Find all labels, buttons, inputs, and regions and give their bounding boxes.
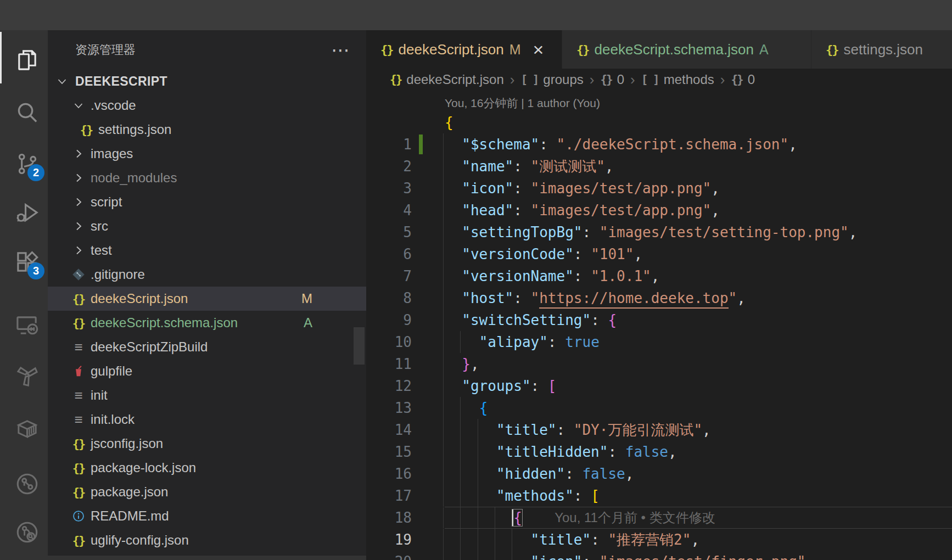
tree-item-jsconfig-json[interactable]: {} jsconfig.json	[48, 432, 366, 456]
gutter[interactable]: 11	[366, 331, 445, 353]
close-icon[interactable]: ×	[533, 41, 544, 58]
code-line[interactable]: 18 "methods": [	[366, 485, 952, 507]
gutter[interactable]: 2	[366, 133, 445, 155]
code-line[interactable]: 15 "title": "DY·万能引流测试",	[366, 419, 952, 441]
chevron-right-icon	[70, 244, 87, 257]
activity-item-pipelines[interactable]	[10, 359, 43, 391]
tree-item--gitignore[interactable]: .gitignore	[48, 262, 366, 287]
code-line[interactable]: 10 "switchSetting": {	[366, 309, 952, 331]
tree-item-deekescript-schema-json[interactable]: {} deekeScript.schema.json A	[48, 311, 366, 335]
code-token: false	[582, 466, 625, 482]
json-braces-icon: {}	[77, 123, 95, 137]
tree-item--vscode[interactable]: .vscode	[48, 93, 366, 117]
sidebar-scrollbar[interactable]	[354, 327, 365, 365]
active-view-indicator	[0, 32, 2, 83]
gutter[interactable]: 4	[366, 177, 445, 199]
code-line[interactable]: 1 {	[366, 111, 952, 133]
code-token: "images/test/setting-top.png"	[600, 224, 849, 240]
tab-deekescript-json[interactable]: {} deekeScript.json M×	[366, 30, 562, 69]
tree-item-deekescript-json[interactable]: {} deekeScript.json M	[48, 287, 366, 311]
tree-item-deekescript[interactable]: DEEKESCRIPT	[48, 69, 366, 93]
gutter[interactable]: 10	[366, 309, 445, 331]
tree-item-readme-md[interactable]: README.md	[48, 504, 366, 528]
tree-item-init-lock[interactable]: ≡ init.lock	[48, 407, 366, 432]
activity-item-extensions[interactable]: 3	[10, 245, 43, 278]
codelens-annotation[interactable]: You, 16分钟前 | 1 author (You)	[366, 91, 952, 111]
code-line[interactable]: 12 },	[366, 353, 952, 375]
gutter[interactable]: 13	[366, 375, 445, 397]
gutter[interactable]: 5	[366, 199, 445, 221]
code-line[interactable]: 11 "alipay": true	[366, 331, 952, 353]
remote-explorer-icon	[14, 312, 40, 338]
code-line[interactable]: 5 "head": "images/test/app.png",	[366, 199, 952, 221]
gutter[interactable]: 16	[366, 441, 445, 463]
activity-item-run-and-debug[interactable]	[10, 196, 43, 229]
tree-item-script[interactable]: script	[48, 190, 366, 214]
gutter[interactable]: 1	[366, 111, 445, 133]
tree-item-src[interactable]: src	[48, 214, 366, 238]
object-icon: {}	[600, 73, 612, 86]
tree-item-node-modules[interactable]: node_modules	[48, 166, 366, 190]
indent-guide	[478, 507, 478, 528]
gutter[interactable]: 14	[366, 397, 445, 419]
activity-item-search[interactable]	[10, 96, 43, 128]
code-editor[interactable]: You, 16分钟前 | 1 author (You) 1 { 2 "$sche…	[366, 91, 952, 560]
code-line[interactable]: 13 "groups": [	[366, 375, 952, 397]
code-line[interactable]: 7 "versionCode": "101",	[366, 243, 952, 265]
code-line[interactable]: 16 "titleHidden": false,	[366, 441, 952, 463]
breadcrumb-item[interactable]: {} 0	[731, 72, 755, 87]
gutter[interactable]: 8	[366, 265, 445, 287]
code-line[interactable]: 4 "icon": "images/test/app.png",	[366, 177, 952, 199]
activity-item-explorer[interactable]	[10, 43, 43, 76]
breadcrumb-item[interactable]: {} 0	[600, 72, 624, 87]
tree-item-uglify-config-json[interactable]: {} uglify-config.json	[48, 528, 366, 552]
gutter[interactable]: 20	[366, 529, 445, 551]
gutter[interactable]: 7	[366, 243, 445, 265]
file-lines-icon: ≡	[70, 339, 87, 356]
breadcrumb-item[interactable]: [ ] methods	[641, 72, 714, 87]
tree-item-deekescriptzipbuild[interactable]: ≡ deekeScriptZipBuild	[48, 335, 366, 359]
code-line[interactable]: 9 "host": "https://home.deeke.top",	[366, 287, 952, 309]
gutter[interactable]: 21	[366, 551, 445, 560]
gutter[interactable]: 12	[366, 353, 445, 375]
more-actions-icon[interactable]: ⋯	[331, 44, 350, 55]
tree-item-images[interactable]: images	[48, 142, 366, 166]
code-line[interactable]: 3 "name": "测试测试",	[366, 155, 952, 177]
code-token: "settingTopBg"	[462, 224, 582, 240]
tree-item-test[interactable]: test	[48, 238, 366, 262]
code-line[interactable]: 14 {	[366, 397, 952, 419]
breadcrumb-item[interactable]: [ ] groups	[520, 72, 583, 87]
code-line[interactable]: 19 {You, 11个月前 • 类文件修改	[366, 507, 952, 529]
gutter[interactable]: 6	[366, 221, 445, 243]
gutter[interactable]: 19	[366, 507, 445, 529]
activity-item-gitlens[interactable]	[10, 516, 43, 548]
gutter[interactable]: 17	[366, 463, 445, 485]
code-line[interactable]: 21 "icon": "images/test/finger.png"	[366, 551, 952, 560]
tree-item-label: deekeScript.schema.json	[91, 315, 238, 331]
activity-item-source-control[interactable]: 2	[10, 147, 43, 180]
tree-item-package-json[interactable]: {} package.json	[48, 480, 366, 504]
gutter[interactable]: 15	[366, 419, 445, 441]
gutter[interactable]: 18	[366, 485, 445, 507]
activity-item-remote-explorer[interactable]	[10, 309, 43, 341]
tab-settings-json[interactable]: {} settings.json	[811, 30, 952, 69]
tree-item-label: node_modules	[91, 170, 177, 186]
code-line[interactable]: 17 "hidden": false,	[366, 463, 952, 485]
activity-item-project-graph[interactable]	[10, 467, 43, 500]
tree-item-init[interactable]: ≡ init	[48, 383, 366, 407]
tree-item-gulpfile[interactable]: gulpfile	[48, 359, 366, 383]
git-diamond-icon	[70, 268, 87, 281]
gutter[interactable]: 3	[366, 155, 445, 177]
tree-item-settings-json[interactable]: {} settings.json	[48, 117, 366, 142]
tab-deekescript-schema-json[interactable]: {} deekeScript.schema.json A	[562, 30, 811, 69]
code-line[interactable]: 2 "$schema": "./deekeScript.schema.json"…	[366, 133, 952, 155]
tree-item-package-lock-json[interactable]: {} package-lock.json	[48, 456, 366, 480]
code-line[interactable]: 8 "versionName": "1.0.1",	[366, 265, 952, 287]
activity-item-containers[interactable]	[10, 412, 43, 445]
gutter[interactable]: 9	[366, 287, 445, 309]
code-line[interactable]: 20 "title": "推荐营销2",	[366, 529, 952, 551]
git-status-badge: A	[304, 315, 312, 331]
breadcrumb-item[interactable]: {} deekeScript.json	[390, 72, 504, 87]
json-braces-icon: {}	[380, 43, 393, 57]
code-line[interactable]: 6 "settingTopBg": "images/test/setting-t…	[366, 221, 952, 243]
